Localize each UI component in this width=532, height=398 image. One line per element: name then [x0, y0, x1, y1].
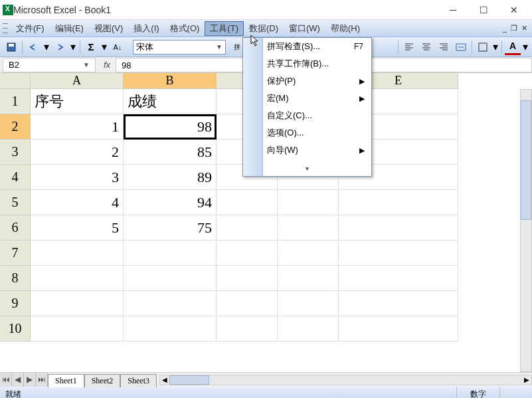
scroll-left-icon[interactable]: ◀: [160, 375, 169, 385]
cell-B6[interactable]: 75: [124, 215, 217, 241]
cell-E5[interactable]: [339, 190, 458, 215]
cell-A7[interactable]: [31, 241, 124, 266]
minimize-button[interactable]: ─: [438, 0, 468, 20]
row-header-6[interactable]: 6: [0, 215, 31, 241]
font-color-button[interactable]: A: [505, 39, 521, 55]
cell-B8[interactable]: [124, 266, 217, 291]
menu-view[interactable]: 视图(V): [89, 21, 128, 36]
cell-D7[interactable]: [278, 241, 339, 266]
row-header-8[interactable]: 8: [0, 266, 31, 291]
horizontal-scrollbar[interactable]: ◀ ▶: [159, 375, 532, 385]
menu-tools[interactable]: 工具(T): [205, 21, 244, 36]
menu-insert[interactable]: 插入(I): [128, 21, 164, 36]
borders-button[interactable]: [475, 39, 491, 55]
cell-C6[interactable]: [217, 215, 278, 241]
cell-E7[interactable]: [339, 241, 458, 266]
autosum-button[interactable]: Σ: [83, 39, 99, 55]
borders-dropdown[interactable]: ▾: [492, 39, 499, 55]
font-selector[interactable]: 宋体 ▼: [133, 40, 226, 54]
cell-C5[interactable]: [217, 190, 278, 215]
last-sheet-button[interactable]: ⏭: [36, 373, 48, 387]
cell-A9[interactable]: [31, 291, 124, 316]
doc-minimize-button[interactable]: _: [501, 25, 509, 33]
scrollbar-thumb[interactable]: [521, 100, 531, 220]
row-header-4[interactable]: 4: [0, 165, 31, 190]
doc-restore-button[interactable]: ❐: [509, 24, 519, 33]
column-header-B[interactable]: B: [124, 73, 217, 89]
cell-E9[interactable]: [339, 291, 458, 316]
save-button[interactable]: [3, 39, 19, 55]
autosum-dropdown[interactable]: ▾: [100, 39, 108, 55]
menu-edit[interactable]: 编辑(E): [50, 21, 89, 36]
menu-window[interactable]: 窗口(W): [284, 21, 325, 36]
scrollbar-thumb[interactable]: [169, 375, 209, 385]
cell-B1[interactable]: 成绩: [124, 89, 217, 114]
scroll-right-icon[interactable]: ▶: [522, 375, 531, 385]
name-box[interactable]: B2 ▼: [3, 58, 96, 72]
menu-item[interactable]: 宏(M)▶: [243, 90, 371, 107]
align-center-button[interactable]: [418, 39, 434, 55]
cell-A2[interactable]: 1: [31, 114, 124, 140]
menu-item[interactable]: 自定义(C)...: [243, 107, 371, 124]
cell-A1[interactable]: 序号: [31, 89, 124, 114]
row-header-5[interactable]: 5: [0, 190, 31, 215]
menu-item[interactable]: 共享工作簿(B)...: [243, 55, 371, 72]
menu-item[interactable]: 拼写检查(S)...F7: [243, 38, 371, 55]
next-sheet-button[interactable]: ▶: [24, 373, 36, 387]
cell-A8[interactable]: [31, 266, 124, 291]
cell-B3[interactable]: 85: [124, 140, 217, 165]
cell-D6[interactable]: [278, 215, 339, 241]
prev-sheet-button[interactable]: ◀: [12, 373, 24, 387]
menu-help[interactable]: 帮助(H): [325, 21, 365, 36]
merge-button[interactable]: [453, 39, 469, 55]
cell-D5[interactable]: [278, 190, 339, 215]
cell-D10[interactable]: [278, 316, 339, 342]
cell-A6[interactable]: 5: [31, 215, 124, 241]
cell-B10[interactable]: [124, 316, 217, 342]
cell-D8[interactable]: [278, 266, 339, 291]
align-right-button[interactable]: [436, 39, 452, 55]
menu-data[interactable]: 数据(D): [244, 21, 284, 36]
cell-B2[interactable]: 98: [124, 114, 217, 140]
cell-B4[interactable]: 89: [124, 165, 217, 190]
menu-item[interactable]: 选项(O)...: [243, 124, 371, 142]
cell-E10[interactable]: [339, 316, 458, 342]
cell-E6[interactable]: [339, 215, 458, 241]
sheet-tab[interactable]: Sheet3: [120, 374, 157, 387]
first-sheet-button[interactable]: ⏮: [0, 373, 12, 387]
font-color-dropdown[interactable]: ▾: [522, 39, 529, 55]
row-header-2[interactable]: 2: [0, 114, 31, 140]
expand-menu-button[interactable]: ▾: [243, 159, 371, 176]
sheet-tab[interactable]: Sheet1: [48, 374, 84, 387]
sort-button[interactable]: A↓: [110, 39, 126, 55]
maximize-button[interactable]: ☐: [468, 0, 499, 20]
cell-B5[interactable]: 94: [124, 190, 217, 215]
cell-C7[interactable]: [217, 241, 278, 266]
undo-dropdown[interactable]: ▾: [43, 39, 50, 55]
vertical-scrollbar[interactable]: [520, 89, 532, 372]
row-header-7[interactable]: 7: [0, 241, 31, 266]
redo-dropdown[interactable]: ▾: [69, 39, 77, 55]
cell-A3[interactable]: 2: [31, 140, 124, 165]
redo-button[interactable]: [52, 39, 68, 55]
cell-C10[interactable]: [217, 316, 278, 342]
row-header-1[interactable]: 1: [0, 89, 31, 114]
cell-D9[interactable]: [278, 291, 339, 316]
cell-A10[interactable]: [31, 316, 124, 342]
cell-C9[interactable]: [217, 291, 278, 316]
menu-item[interactable]: 保护(P)▶: [243, 72, 371, 90]
menu-format[interactable]: 格式(O): [165, 21, 205, 36]
cell-B7[interactable]: [124, 241, 217, 266]
cell-A5[interactable]: 4: [31, 190, 124, 215]
menu-file[interactable]: 文件(F): [11, 21, 50, 36]
cell-B9[interactable]: [124, 291, 217, 316]
cell-A4[interactable]: 3: [31, 165, 124, 190]
doc-close-button[interactable]: ✕: [519, 24, 529, 33]
undo-button[interactable]: [25, 39, 41, 55]
sheet-tab[interactable]: Sheet2: [84, 374, 121, 387]
row-header-3[interactable]: 3: [0, 140, 31, 165]
align-left-button[interactable]: [401, 39, 417, 55]
row-header-10[interactable]: 10: [0, 316, 31, 342]
cell-C8[interactable]: [217, 266, 278, 291]
fx-button[interactable]: fx: [98, 60, 116, 70]
